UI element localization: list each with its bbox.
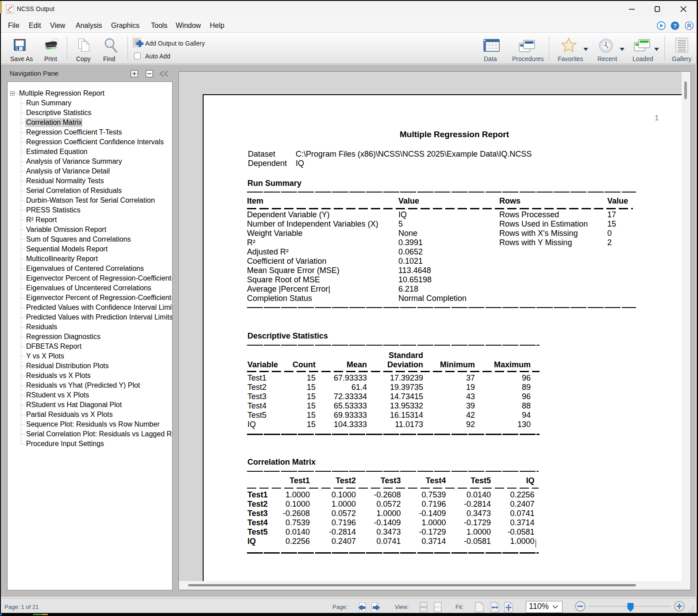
svg-text:?: ? bbox=[673, 23, 677, 29]
